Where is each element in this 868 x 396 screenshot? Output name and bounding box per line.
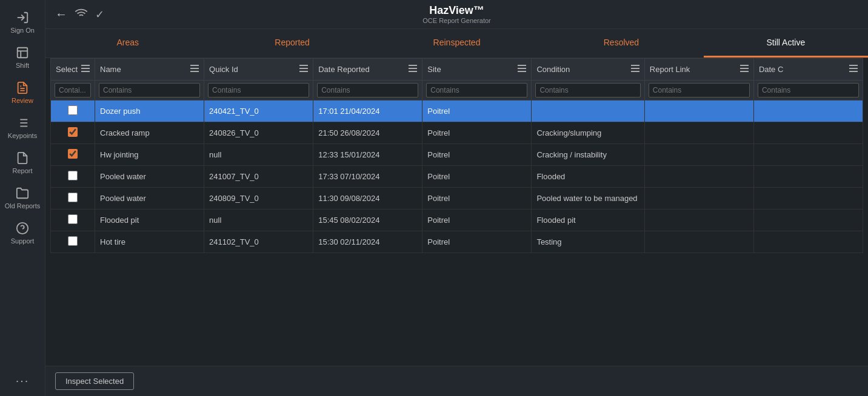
filter-date-c-cell[interactable] [753,81,863,101]
table-row[interactable]: Pooled water240809_TV_011:30 09/08/2024P… [51,188,863,210]
svg-rect-34 [740,68,749,69]
th-select-menu-icon[interactable] [81,65,90,74]
cell-report-link [644,231,753,253]
th-condition: Condition [532,59,644,81]
cell-select[interactable] [51,101,95,122]
sidebar-item-report[interactable]: Report [0,145,45,180]
th-quick-id-label: Quick Id [209,65,238,74]
row-checkbox[interactable] [68,214,78,224]
filter-report-link-input[interactable] [649,83,750,97]
row-checkbox[interactable] [68,149,78,159]
th-condition-label: Condition [536,65,570,74]
svg-rect-26 [409,71,417,72]
cell-select[interactable] [51,231,95,253]
table-row[interactable]: Hot tire241102_TV_015:30 02/11/2024Poitr… [51,231,863,253]
th-quick-id-menu-icon[interactable] [299,65,308,74]
th-condition-menu-icon[interactable] [631,65,639,74]
th-name: Name [95,59,204,81]
filter-select-input[interactable] [55,83,91,97]
filter-quick-id-input[interactable] [208,83,309,97]
cell-select[interactable] [51,122,95,144]
cell-select[interactable] [51,188,95,210]
sidebar-label-sign-on: Sign On [10,27,35,34]
cell-quick-id: 240421_TV_0 [204,101,313,122]
th-report-link: Report Link [644,59,753,81]
th-site-menu-icon[interactable] [518,65,526,74]
cell-quick-id: 241102_TV_0 [204,231,313,253]
sign-on-icon [16,11,29,24]
table-row[interactable]: Dozer push240421_TV_017:01 21/04/2024Poi… [51,101,863,122]
th-site: Site [422,59,532,81]
cell-site: Poitrel [422,101,532,122]
cell-condition: Flooded [532,166,644,188]
filter-date-cell[interactable] [313,81,422,101]
tab-resolved[interactable]: Resolved [539,29,703,58]
filter-name-cell[interactable] [95,81,204,101]
table-row[interactable]: Hw jointingnull12:33 15/01/2024PoitrelCr… [51,144,863,166]
cell-report-link [644,166,753,188]
svg-rect-30 [631,65,639,66]
filter-select-cell[interactable] [51,81,95,101]
sidebar-item-more[interactable]: ... [0,365,45,391]
cell-site: Poitrel [422,144,532,166]
inspect-selected-button[interactable]: Inspect Selected [55,372,134,390]
th-name-label: Name [100,65,121,74]
filter-date-input[interactable] [317,83,418,97]
filter-report-link-cell[interactable] [644,81,753,101]
tab-reinspected[interactable]: Reinspected [375,29,539,58]
main-area: ← ✓ HazView™ OCE Report Generator Areas … [45,0,868,396]
filter-date-c-input[interactable] [758,83,859,97]
th-name-menu-icon[interactable] [190,65,199,74]
shift-icon [16,46,29,59]
tab-areas[interactable]: Areas [45,29,210,58]
sidebar-item-support[interactable]: Support [0,216,45,251]
table-row[interactable]: Pooled water241007_TV_017:33 07/10/2024P… [51,166,863,188]
sidebar-item-old-reports[interactable]: Old Reports [0,180,45,216]
svg-rect-15 [81,65,90,66]
top-bar: ← ✓ HazView™ OCE Report Generator [45,0,868,29]
tab-still-active[interactable]: Still Active [704,29,868,58]
row-checkbox[interactable] [68,171,78,180]
cell-name: Hw jointing [95,144,204,166]
svg-rect-25 [409,68,417,69]
svg-rect-24 [409,65,417,66]
th-report-link-menu-icon[interactable] [740,65,749,74]
row-checkbox[interactable] [68,105,78,115]
svg-rect-23 [299,71,308,72]
back-button[interactable]: ← [55,7,67,21]
row-checkbox[interactable] [68,193,78,202]
cell-select[interactable] [51,144,95,166]
filter-condition-input[interactable] [535,83,640,97]
th-date-c: Date C [753,59,863,81]
cell-date-reported: 15:45 08/02/2024 [313,210,422,231]
table-header-row: Select Name [51,59,863,81]
app-subtitle: OCE Report Generator [422,17,491,24]
cell-select[interactable] [51,210,95,231]
table-row[interactable]: Flooded pitnull15:45 08/02/2024PoitrelFl… [51,210,863,231]
filter-condition-cell[interactable] [532,81,644,101]
table-container[interactable]: Select Name [45,58,868,366]
th-date-reported-menu-icon[interactable] [409,65,417,74]
svg-rect-35 [740,71,749,72]
sidebar-item-shift[interactable]: Shift [0,40,45,75]
th-select: Select [51,59,95,81]
tab-reported[interactable]: Reported [210,29,374,58]
filter-site-input[interactable] [426,83,527,97]
filter-quick-id-cell[interactable] [204,81,313,101]
row-checkbox[interactable] [68,127,78,137]
th-date-c-menu-icon[interactable] [849,65,858,74]
cell-condition: Cracking/slumping [532,122,644,144]
sidebar-item-keypoints[interactable]: Keypoints [0,110,45,145]
sidebar-item-review[interactable]: Review [0,75,45,110]
sidebar: Sign On Shift Review Keypoints Report Ol… [0,0,45,396]
filter-name-input[interactable] [99,83,200,97]
cell-report-link [644,144,753,166]
row-checkbox[interactable] [68,236,78,246]
svg-rect-19 [190,68,199,69]
cell-select[interactable] [51,166,95,188]
table-row[interactable]: Cracked ramp240826_TV_021:50 26/08/2024P… [51,122,863,144]
sidebar-item-sign-on[interactable]: Sign On [0,5,45,40]
filter-site-cell[interactable] [422,81,532,101]
cell-name: Dozer push [95,101,204,122]
more-dots: ... [16,371,30,385]
